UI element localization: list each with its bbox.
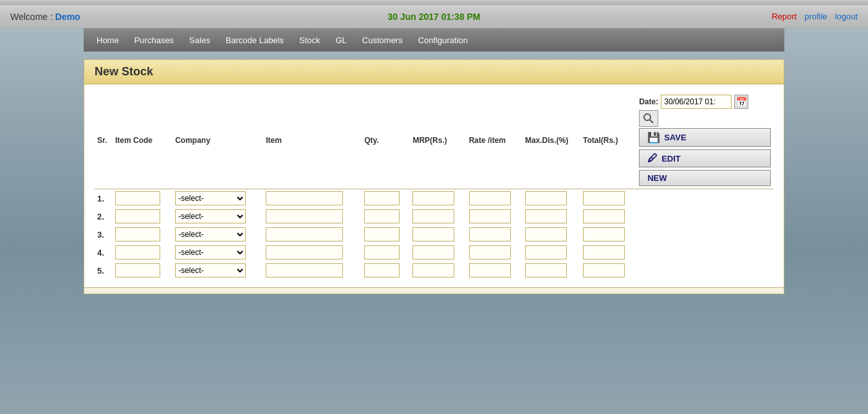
total-input-0[interactable] <box>583 191 625 205</box>
mrp-cell-4 <box>410 261 466 279</box>
qty-input-3[interactable] <box>364 245 400 259</box>
mrp-input-2[interactable] <box>412 227 454 241</box>
company-select-0[interactable]: -select-Company ACompany BCompany C <box>175 191 246 205</box>
content-wrapper: New Stock Sr. Item Code Company Item Qty… <box>84 59 784 294</box>
maxdis-cell-0 <box>522 189 580 208</box>
mrp-input-4[interactable] <box>412 263 454 278</box>
mrp-cell-3 <box>410 243 466 261</box>
maxdis-cell-1 <box>522 207 580 225</box>
top-bar: Welcome : Demo 30 Jun 2017 01:38 PM Repo… <box>0 5 868 28</box>
item-input-3[interactable] <box>266 245 343 259</box>
mrp-input-1[interactable] <box>412 209 454 223</box>
rate-input-2[interactable] <box>469 227 511 241</box>
mrp-input-3[interactable] <box>412 245 454 259</box>
logout-link[interactable]: logout <box>835 12 858 21</box>
new-button[interactable]: NEW <box>639 170 771 186</box>
company-select-2[interactable]: -select-Company ACompany BCompany C <box>175 227 246 241</box>
save-button[interactable]: 💾 SAVE <box>639 128 771 147</box>
total-cell-3 <box>580 243 636 261</box>
item-code-cell-0 <box>113 189 172 208</box>
sr-cell-0: 1. <box>95 189 113 208</box>
rate-input-3[interactable] <box>469 245 511 259</box>
item-input-0[interactable] <box>266 191 343 205</box>
total-input-1[interactable] <box>583 209 625 223</box>
item-input-4[interactable] <box>266 263 343 278</box>
mrp-input-0[interactable] <box>412 191 454 205</box>
rate-cell-0 <box>466 189 522 208</box>
company-select-1[interactable]: -select-Company ACompany BCompany C <box>175 209 246 223</box>
maxdis-input-2[interactable] <box>525 227 567 241</box>
qty-input-1[interactable] <box>364 209 400 223</box>
nav-item-purchases[interactable]: Purchases <box>127 28 181 52</box>
search-icon <box>643 113 654 124</box>
total-input-3[interactable] <box>583 245 625 259</box>
qty-input-4[interactable] <box>364 263 400 278</box>
save-icon: 💾 <box>647 131 660 144</box>
date-input[interactable] <box>661 95 732 109</box>
total-cell-2 <box>580 225 636 243</box>
total-cell-4 <box>580 261 636 279</box>
item-cell-1 <box>263 207 362 225</box>
company-cell-1: -select-Company ACompany BCompany C <box>172 207 263 225</box>
maxdis-input-3[interactable] <box>525 245 567 259</box>
report-link[interactable]: Report <box>771 12 797 21</box>
qty-cell-2 <box>362 225 410 243</box>
maxdis-input-0[interactable] <box>525 191 567 205</box>
qty-input-2[interactable] <box>364 227 400 241</box>
item-code-input-3[interactable] <box>115 245 160 259</box>
maxdis-input-1[interactable] <box>525 209 567 223</box>
item-input-2[interactable] <box>266 227 343 241</box>
nav-item-gl[interactable]: GL <box>328 28 355 52</box>
nav-item-sales[interactable]: Sales <box>181 28 218 52</box>
rate-cell-2 <box>466 225 522 243</box>
mrp-cell-2 <box>410 225 466 243</box>
datetime-display: 30 Jun 2017 01:38 PM <box>388 12 481 22</box>
item-input-1[interactable] <box>266 209 343 223</box>
total-input-4[interactable] <box>583 263 625 278</box>
item-cell-4 <box>263 261 362 279</box>
maxdis-input-4[interactable] <box>525 263 567 278</box>
item-code-input-2[interactable] <box>115 227 160 241</box>
nav-item-stock[interactable]: Stock <box>291 28 328 52</box>
page-title: New Stock <box>84 60 784 84</box>
company-cell-4: -select-Company ACompany BCompany C <box>172 261 263 279</box>
col-qty: Qty. <box>362 92 410 189</box>
company-cell-0: -select-Company ACompany BCompany C <box>172 189 263 208</box>
mrp-cell-1 <box>410 207 466 225</box>
welcome-text: Welcome : Demo <box>10 12 80 22</box>
company-select-4[interactable]: -select-Company ACompany BCompany C <box>175 263 246 278</box>
item-code-input-0[interactable] <box>115 191 160 205</box>
demo-label: Demo <box>55 12 80 22</box>
col-item-code: Item Code <box>113 92 172 189</box>
table-row: 1. -select-Company ACompany BCompany C <box>95 189 773 208</box>
table-row: 4. -select-Company ACompany BCompany C <box>95 243 773 261</box>
table-row: 2. -select-Company ACompany BCompany C <box>95 207 773 225</box>
welcome-label: Welcome : <box>10 12 55 22</box>
item-code-input-4[interactable] <box>115 263 160 278</box>
nav-item-barcode-labels[interactable]: Barcode Labels <box>218 28 291 52</box>
rate-input-4[interactable] <box>469 263 511 278</box>
item-code-input-1[interactable] <box>115 209 160 223</box>
profile-link[interactable]: profile <box>804 12 827 21</box>
maxdis-cell-4 <box>522 261 580 279</box>
company-select-3[interactable]: -select-Company ACompany BCompany C <box>175 245 246 259</box>
form-area: Sr. Item Code Company Item Qty. MRP(Rs.)… <box>84 84 784 287</box>
nav-bar: Home Purchases Sales Barcode Labels Stoc… <box>84 28 784 52</box>
col-item: Item <box>263 92 362 189</box>
search-icon-button[interactable] <box>639 110 658 127</box>
total-input-2[interactable] <box>583 227 625 241</box>
qty-input-0[interactable] <box>364 191 400 205</box>
nav-item-configuration[interactable]: Configuration <box>411 28 476 52</box>
nav-item-customers[interactable]: Customers <box>355 28 411 52</box>
calendar-icon[interactable]: 📅 <box>734 95 748 109</box>
edit-button[interactable]: 🖊 EDIT <box>639 149 771 167</box>
col-total: Total(Rs.) <box>580 92 636 189</box>
nav-item-home[interactable]: Home <box>89 28 127 52</box>
rate-input-1[interactable] <box>469 209 511 223</box>
rate-input-0[interactable] <box>469 191 511 205</box>
company-cell-2: -select-Company ACompany BCompany C <box>172 225 263 243</box>
total-cell-0 <box>580 189 636 208</box>
rate-cell-4 <box>466 261 522 279</box>
item-cell-3 <box>263 243 362 261</box>
sr-cell-1: 2. <box>95 207 113 225</box>
